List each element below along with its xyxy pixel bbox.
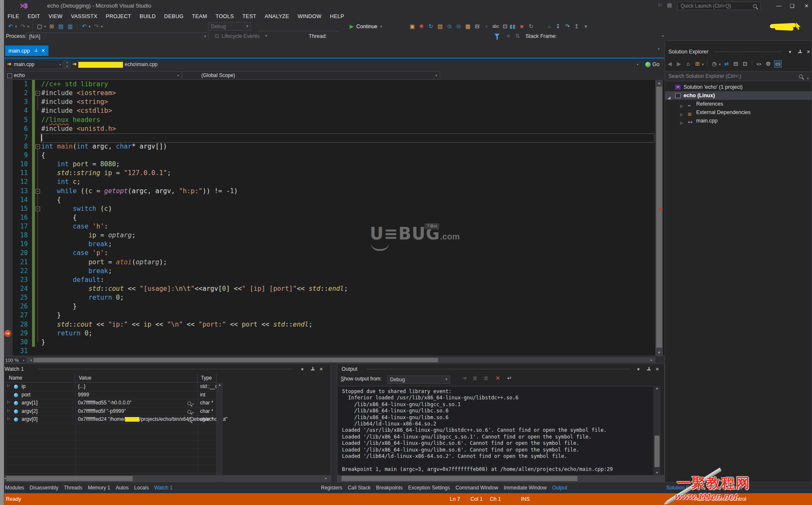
minimize-button[interactable]: —: [773, 2, 784, 10]
selection-icon[interactable]: ▫: [483, 21, 490, 32]
go-label[interactable]: Go: [652, 58, 660, 71]
expander-icon[interactable]: ▷: [7, 383, 10, 388]
menu-vassistx[interactable]: VASSISTX: [67, 13, 102, 19]
prev-message-icon[interactable]: ≣: [472, 373, 478, 384]
code-line-22[interactable]: 22 break;: [0, 267, 665, 276]
forward-icon[interactable]: ▶: [676, 58, 682, 69]
code-line-5[interactable]: 5//linux headers: [0, 116, 665, 125]
code-line-11[interactable]: 11 std::string ip = "127.0.0.1";: [0, 169, 665, 178]
undo-icon[interactable]: ↶: [81, 21, 88, 32]
code-line-18[interactable]: 18 ip = optarg;: [0, 231, 665, 240]
watch-row-argv-1[interactable]: ▷argv[1]0x7fffffffed55 "-h0.0.0.0" ▾char…: [5, 399, 216, 408]
menu-help[interactable]: HELP: [326, 13, 348, 19]
code-line-27[interactable]: 27 }: [0, 311, 665, 320]
code-line-17[interactable]: 17 case 'h':: [0, 222, 665, 231]
code-editor[interactable]: 1//c++ std library2−#include <iostream>3…: [0, 80, 665, 356]
menu-test[interactable]: TEST: [238, 13, 260, 19]
zoom-level-combo[interactable]: 100 %▾: [3, 357, 26, 363]
watch-empty-row[interactable]: [5, 457, 216, 465]
watch-column-value[interactable]: Value: [75, 374, 198, 383]
file-scope-combo[interactable]: echo ▾: [5, 71, 182, 80]
code-line-12[interactable]: 12 int c;: [0, 178, 665, 186]
feedback-icon[interactable]: ▤: [667, 2, 672, 8]
scrollbar-thumb[interactable]: [656, 87, 662, 348]
breakpoints-window-icon[interactable]: ▣: [409, 21, 416, 32]
bottom-tab-threads[interactable]: Threads: [64, 485, 82, 491]
code-line-10[interactable]: 10 int port = 8080;: [0, 160, 665, 169]
bottom-tab-memory-1[interactable]: Memory 1: [88, 485, 110, 491]
close-icon[interactable]: ✕: [807, 47, 810, 57]
code-line-24[interactable]: 24 std::cout << "[usage]:\n\t"<<argv[0] …: [0, 284, 665, 293]
bottom-tab-breakpoints[interactable]: Breakpoints: [376, 485, 403, 491]
process-combo[interactable]: [N/A]▼: [26, 32, 209, 41]
quick-launch-input[interactable]: Quick Launch (Ctrl+Q): [677, 2, 761, 10]
menu-team[interactable]: TEAM: [188, 13, 211, 19]
collapse-icon[interactable]: ⊟: [474, 21, 481, 32]
watch-horizontal-scrollbar[interactable]: ◂ ▸: [0, 475, 331, 482]
bottom-tab-registers[interactable]: Registers: [321, 485, 342, 491]
pending-changes-filter-icon[interactable]: ◷: [711, 58, 718, 69]
code-line-1[interactable]: 1//c++ std library: [0, 80, 665, 89]
nav-back-icon-caret[interactable]: ▼: [14, 25, 18, 29]
nav-caret[interactable]: ▾: [637, 63, 638, 66]
nav-forward-icon-caret[interactable]: ▼: [27, 25, 30, 29]
menu-build[interactable]: BUILD: [136, 13, 160, 19]
watch-row-argv-0[interactable]: ▷argv[0]0x7fffffffed24 "/home//projects/…: [5, 415, 216, 424]
bottom-tab-disassembly[interactable]: Disassembly: [29, 485, 58, 491]
fold-collapse-icon[interactable]: −: [35, 207, 40, 211]
add-to-source-control-button[interactable]: ↑ Add to Source Control: [691, 493, 746, 505]
watch-column-type[interactable]: Type: [198, 374, 216, 383]
redo-icon[interactable]: ↷: [93, 21, 100, 32]
code-line-21[interactable]: 21 port = atoi(optarg);: [0, 258, 665, 267]
output-source-combo[interactable]: Debug▼: [387, 375, 450, 384]
code-line-16[interactable]: 16 {: [0, 213, 665, 222]
continue-button[interactable]: ▶ Continue ▼: [347, 21, 383, 32]
code-line-4[interactable]: 4#include <cstdlib>: [0, 106, 665, 115]
output-log[interactable]: Stopped due to shared library event: Inf…: [338, 386, 652, 476]
word-wrap-icon[interactable]: ↵: [506, 373, 513, 384]
open-file-icon[interactable]: ⊞: [48, 21, 55, 32]
new-file-icon[interactable]: ▢: [36, 21, 43, 32]
bottom-tab-autos[interactable]: Autos: [116, 485, 129, 491]
next-message-icon[interactable]: ≣: [483, 373, 489, 384]
code-line-15[interactable]: 15− switch (c): [0, 205, 665, 213]
scrollbar-thumb[interactable]: [6, 476, 133, 481]
step-over-icon[interactable]: ↷: [564, 21, 571, 32]
tab-close-icon[interactable]: ✕: [41, 48, 45, 53]
expander-icon[interactable]: ▷: [7, 400, 10, 404]
code-line-25[interactable]: 25 return 0;: [0, 293, 665, 302]
text-visualizer-icon[interactable]: ▾: [187, 417, 194, 423]
code-line-8[interactable]: 8−int main(int argc, char* argv[]): [0, 142, 665, 151]
memory-icon[interactable]: ▦: [465, 21, 471, 32]
watch-empty-row[interactable]: [5, 448, 216, 457]
nav-back-icon[interactable]: ↶: [7, 21, 14, 32]
save-all-icon[interactable]: ▥: [67, 21, 74, 32]
nav-spinner[interactable]: ▲▼: [64, 60, 70, 69]
watch-title-bar[interactable]: Watch 1 ▾ ✕: [0, 364, 331, 374]
bottom-tab-command-window[interactable]: Command Window: [456, 485, 498, 491]
pin-icon[interactable]: [34, 49, 37, 53]
collapse-all-icon[interactable]: ⊟: [732, 58, 739, 69]
tab-list-caret[interactable]: ▾: [658, 47, 660, 51]
code-line-20[interactable]: 20 case 'p':: [0, 249, 665, 258]
bottom-tab-modules[interactable]: Modules: [5, 485, 24, 491]
watch-empty-row[interactable]: [5, 440, 216, 449]
view-code-icon[interactable]: <>: [756, 59, 762, 70]
restore-button[interactable]: ❑: [787, 2, 798, 10]
code-line-23[interactable]: 23 default:: [0, 276, 665, 284]
back-icon[interactable]: ◀: [666, 58, 673, 69]
restart-icon[interactable]: ↻: [528, 21, 534, 32]
code-line-26[interactable]: 26 }: [0, 302, 665, 311]
tree-item-echo-linux[interactable]: ◢echo (Linux): [665, 91, 812, 100]
step-out-icon[interactable]: ↥: [573, 21, 580, 32]
menu-window[interactable]: WINDOW: [294, 13, 326, 19]
watch-row-argv-2[interactable]: ▷argv[2]0x7fffffffed5f "-p9999" ▾char *: [5, 407, 216, 416]
fold-collapse-icon[interactable]: −: [35, 189, 40, 194]
watch-window-icon[interactable]: ▤: [437, 21, 443, 32]
tree-item-references[interactable]: ▷▪▪References: [665, 100, 812, 108]
bottom-tab-exception-settings[interactable]: Exception Settings: [408, 485, 450, 491]
goto-message-icon[interactable]: ⇥: [461, 373, 467, 384]
toolbar-options-caret[interactable]: ▾: [582, 21, 589, 32]
scrollbar-thumb[interactable]: [34, 358, 438, 362]
new-solution-folder-icon[interactable]: ⊞: [694, 58, 701, 69]
